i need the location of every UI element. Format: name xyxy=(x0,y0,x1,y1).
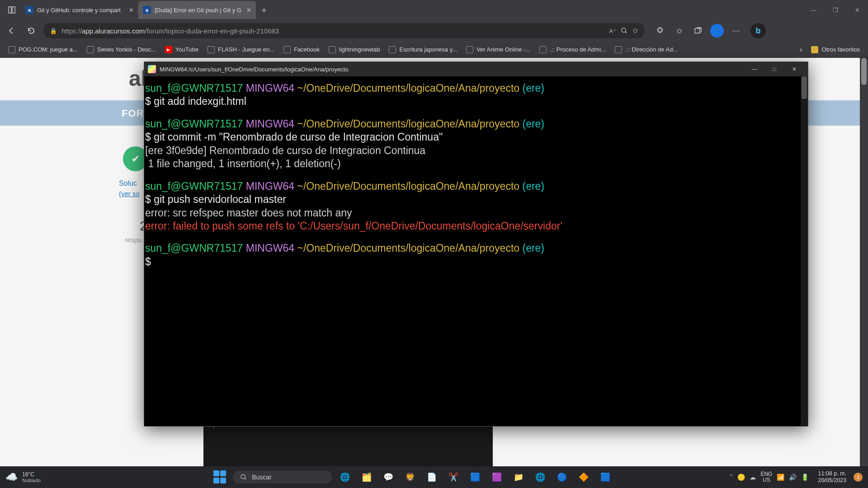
favorites-icon[interactable]: ✩ xyxy=(671,23,687,39)
tab-favicon: a xyxy=(25,6,33,14)
browser-tab-1[interactable]: a [Duda] Error en Git psuh | Git y G ✕ xyxy=(138,1,256,19)
page-icon xyxy=(615,46,622,53)
svg-rect-0 xyxy=(9,7,11,13)
terminal-body[interactable]: sun_f@GWNR71517 MINGW64 ~/OneDrive/Docum… xyxy=(144,76,808,426)
language-indicator[interactable]: ENGUS xyxy=(760,471,772,483)
temperature: 16°C xyxy=(22,471,41,478)
page-scrollbar[interactable] xyxy=(860,58,868,470)
onedrive-icon[interactable]: ☁ xyxy=(750,474,756,481)
profile-button[interactable]: 👤 xyxy=(709,23,725,39)
new-tab-button[interactable]: ＋ xyxy=(256,5,272,15)
system-tray: ˄ 🟡 ☁ ENGUS 📶 🔊 🔋 11:08 p. m. 20/05/2023… xyxy=(730,470,863,484)
bookmark-item[interactable]: Series Yonkis - Desc... xyxy=(83,44,160,55)
browser-tab-0[interactable]: a Git y GitHub: controle y compart ✕ xyxy=(21,1,138,19)
bookmark-item[interactable]: .:: Proceso de Admi... xyxy=(536,44,609,55)
weather-widget[interactable]: ☁️ 16°C Nublado xyxy=(5,471,96,483)
bookmark-item[interactable]: POG.COM: juegue a... xyxy=(5,44,81,55)
wifi-icon[interactable]: 📶 xyxy=(777,474,784,481)
copilot-icon[interactable]: 🌐 xyxy=(336,468,354,486)
bookmark-item[interactable]: Escritura japonesa y... xyxy=(385,44,461,55)
tab-strip: a Git y GitHub: controle y compart ✕ a [… xyxy=(0,0,272,20)
windows-taskbar: ☁️ 16°C Nublado Buscar 🌐 🗂️ 💬 🦁 📄 ✂️ 🟦 🟪… xyxy=(0,466,868,488)
explorer-icon[interactable]: 📁 xyxy=(509,468,528,486)
page-icon xyxy=(283,46,291,53)
snip-icon[interactable]: ✂️ xyxy=(444,468,462,486)
volume-icon[interactable]: 🔊 xyxy=(789,474,797,481)
app-icon[interactable]: 🟦 xyxy=(466,468,484,486)
git-bash-icon[interactable]: 🔶 xyxy=(575,468,593,486)
folder-icon xyxy=(811,46,818,53)
brave-icon[interactable]: 🦁 xyxy=(401,468,419,486)
terminal-window: MINGW64:/c/Users/sun_f/OneDrive/Document… xyxy=(144,61,808,427)
notification-count[interactable]: 1 xyxy=(854,473,863,482)
maximize-icon[interactable]: □ xyxy=(764,62,784,76)
url-text: https://app.aluracursos.com/forum/topico… xyxy=(61,27,604,35)
svg-point-4 xyxy=(241,474,245,479)
bing-button[interactable]: b xyxy=(750,23,766,38)
close-icon[interactable]: ✕ xyxy=(784,62,804,76)
bookmark-item[interactable]: Facebook xyxy=(280,44,323,55)
minimize-icon[interactable]: ― xyxy=(803,0,825,20)
vscode-icon[interactable]: 🟦 xyxy=(596,468,614,486)
extensions-icon[interactable] xyxy=(652,23,668,39)
bookmark-item[interactable]: FLASH - Juegue en... xyxy=(204,44,278,55)
terminal-scrollbar[interactable] xyxy=(801,76,808,426)
weather-desc: Nublado xyxy=(22,478,41,483)
svg-rect-1 xyxy=(12,7,15,13)
zoom-icon[interactable] xyxy=(621,27,628,34)
terminal-titlebar[interactable]: MINGW64:/c/Users/sun_f/OneDrive/Document… xyxy=(144,62,808,76)
scrollbar-thumb[interactable] xyxy=(861,58,867,85)
page-icon xyxy=(539,46,547,53)
bookmark-item[interactable]: lightningnewtab xyxy=(325,44,383,55)
bookmark-overflow-icon[interactable]: › xyxy=(796,44,806,56)
maximize-icon[interactable]: ❐ xyxy=(825,0,846,20)
bookmark-item[interactable]: .:: Dirección de Ad... xyxy=(611,44,681,55)
refresh-button[interactable] xyxy=(24,23,39,38)
browser-toolbar: 🔒 https://app.aluracursos.com/forum/topi… xyxy=(0,20,868,42)
page-icon xyxy=(466,46,473,53)
taskbar-search[interactable]: Buscar xyxy=(233,471,332,483)
solucionado-label: Soluc xyxy=(119,179,137,188)
close-icon[interactable]: ✕ xyxy=(129,7,134,14)
respuestas-label: respu xyxy=(125,236,142,244)
start-button[interactable] xyxy=(211,468,229,486)
svg-rect-3 xyxy=(695,28,700,33)
tray-chevron-icon[interactable]: ˄ xyxy=(730,474,733,481)
close-icon[interactable]: ✕ xyxy=(846,0,868,20)
clock[interactable]: 11:08 p. m. 20/05/2023 xyxy=(818,470,846,484)
forum-label: FOR xyxy=(122,108,144,119)
terminal-title-text: MINGW64:/c/Users/sun_f/OneDrive/Document… xyxy=(160,66,349,73)
chrome-icon[interactable]: 🌐 xyxy=(531,468,549,486)
page-icon xyxy=(329,46,336,53)
task-view-icon[interactable]: 🗂️ xyxy=(358,468,376,486)
page-icon xyxy=(208,46,215,53)
close-icon[interactable]: ✕ xyxy=(246,7,251,14)
ver-solucion-link[interactable]: (ver so xyxy=(119,190,140,197)
back-button[interactable] xyxy=(4,23,19,38)
edge-icon[interactable]: 🔵 xyxy=(553,468,571,486)
bookmark-item[interactable]: ▶YouTube xyxy=(161,44,202,55)
bookmark-item[interactable]: Ver Anime Online -... xyxy=(462,44,534,55)
read-aloud-icon[interactable]: A⁺ xyxy=(609,28,616,34)
scrollbar-thumb[interactable] xyxy=(802,76,807,99)
svg-point-2 xyxy=(622,28,626,32)
notepad-icon[interactable]: 📄 xyxy=(423,468,441,486)
bookmarks-bar: POG.COM: juegue a... Series Yonkis - Des… xyxy=(0,42,868,58)
tab-title: Git y GitHub: controle y compart xyxy=(37,7,125,14)
toolbar-actions: ✩ 👤 ⋯ b xyxy=(652,23,766,39)
tab-title: [Duda] Error en Git psuh | Git y G xyxy=(155,7,243,14)
page-icon xyxy=(389,46,396,53)
weather-icon: ☁️ xyxy=(5,471,18,483)
browser-titlebar: a Git y GitHub: controle y compart ✕ a [… xyxy=(0,0,868,20)
minimize-icon[interactable]: ― xyxy=(745,62,764,76)
favorite-star-icon[interactable]: ✩ xyxy=(632,27,638,35)
url-bar[interactable]: 🔒 https://app.aluracursos.com/forum/topi… xyxy=(43,23,645,38)
collections-icon[interactable] xyxy=(690,23,706,39)
more-icon[interactable]: ⋯ xyxy=(728,23,744,39)
tray-app-icon[interactable]: 🟡 xyxy=(737,474,745,481)
tab-actions-button[interactable] xyxy=(3,1,21,19)
battery-icon[interactable]: 🔋 xyxy=(801,474,809,481)
app-icon[interactable]: 🟪 xyxy=(488,468,506,486)
chat-icon[interactable]: 💬 xyxy=(379,468,397,486)
other-favorites[interactable]: Otros favoritos xyxy=(807,44,863,55)
